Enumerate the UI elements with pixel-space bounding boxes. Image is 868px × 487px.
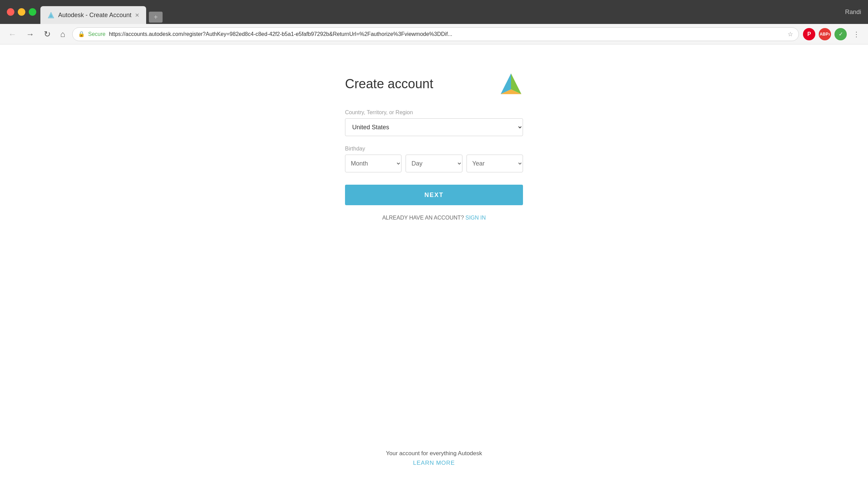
secure-label: Secure — [88, 31, 106, 37]
birthday-label: Birthday — [345, 146, 523, 152]
active-tab[interactable]: Autodesk - Create Account ✕ — [40, 6, 146, 24]
page-content: Create account Country, Territory, or Re… — [0, 44, 868, 487]
country-form-group: Country, Territory, or Region United Sta… — [345, 109, 523, 136]
svg-marker-0 — [48, 12, 54, 18]
next-button[interactable]: NEXT — [345, 185, 523, 205]
sign-in-link[interactable]: SIGN IN — [465, 215, 486, 221]
autodesk-logo — [499, 72, 523, 96]
address-bar[interactable]: 🔒 Secure https://accounts.autodesk.com/r… — [72, 27, 799, 41]
footer-text: Your account for everything Autodesk — [386, 450, 482, 457]
close-button[interactable] — [7, 8, 14, 16]
new-tab-icon: + — [154, 13, 158, 21]
tab-title: Autodesk - Create Account — [58, 12, 131, 19]
tab-bar: Autodesk - Create Account ✕ + — [40, 0, 841, 24]
maximize-button[interactable] — [29, 8, 36, 16]
browser-user: Randi — [845, 9, 861, 16]
sign-in-row: ALREADY HAVE AN ACCOUNT? SIGN IN — [345, 215, 523, 221]
menu-dots-icon: ⋮ — [853, 30, 860, 38]
browser-menu-button[interactable]: ⋮ — [850, 28, 863, 40]
year-select[interactable]: Year 2005 2000 1995 1990 1985 1980 1975 … — [467, 155, 523, 172]
forward-button[interactable]: → — [23, 28, 37, 40]
browser-extensions: P ABP1 ✓ ⋮ — [803, 28, 863, 40]
checkmark-extension[interactable]: ✓ — [834, 28, 847, 40]
country-label: Country, Territory, or Region — [345, 109, 523, 116]
page-header: Create account — [345, 72, 523, 96]
tab-close-icon[interactable]: ✕ — [135, 12, 139, 18]
footer-section: Your account for everything Autodesk LEA… — [386, 450, 482, 466]
pinterest-extension[interactable]: P — [803, 28, 815, 40]
traffic-lights — [7, 8, 36, 16]
page-title: Create account — [345, 77, 433, 91]
secure-lock-icon: 🔒 — [78, 31, 85, 37]
url-text[interactable]: https://accounts.autodesk.com/register?A… — [109, 31, 784, 37]
navigation-bar: ← → ↻ ⌂ 🔒 Secure https://accounts.autode… — [0, 24, 868, 44]
bookmark-icon[interactable]: ☆ — [788, 30, 793, 38]
autodesk-tab-icon — [47, 11, 55, 19]
adblock-extension[interactable]: ABP1 — [819, 28, 831, 40]
country-select[interactable]: United States Canada United Kingdom Aust… — [345, 118, 523, 136]
minimize-button[interactable] — [18, 8, 25, 16]
browser-chrome: Autodesk - Create Account ✕ + Randi — [0, 0, 868, 24]
birthday-row: Month January February March April May J… — [345, 155, 523, 172]
day-select[interactable]: Day 1 2 3 15 31 — [406, 155, 462, 172]
learn-more-link[interactable]: LEARN MORE — [413, 460, 455, 466]
birthday-form-group: Birthday Month January February March Ap… — [345, 146, 523, 172]
back-button[interactable]: ← — [5, 28, 19, 40]
home-button[interactable]: ⌂ — [58, 28, 68, 40]
form-container: Create account Country, Territory, or Re… — [345, 72, 523, 221]
month-select[interactable]: Month January February March April May J… — [345, 155, 401, 172]
new-tab-button[interactable]: + — [149, 12, 163, 23]
reload-button[interactable]: ↻ — [41, 28, 53, 40]
already-account-text: ALREADY HAVE AN ACCOUNT? — [382, 215, 464, 221]
